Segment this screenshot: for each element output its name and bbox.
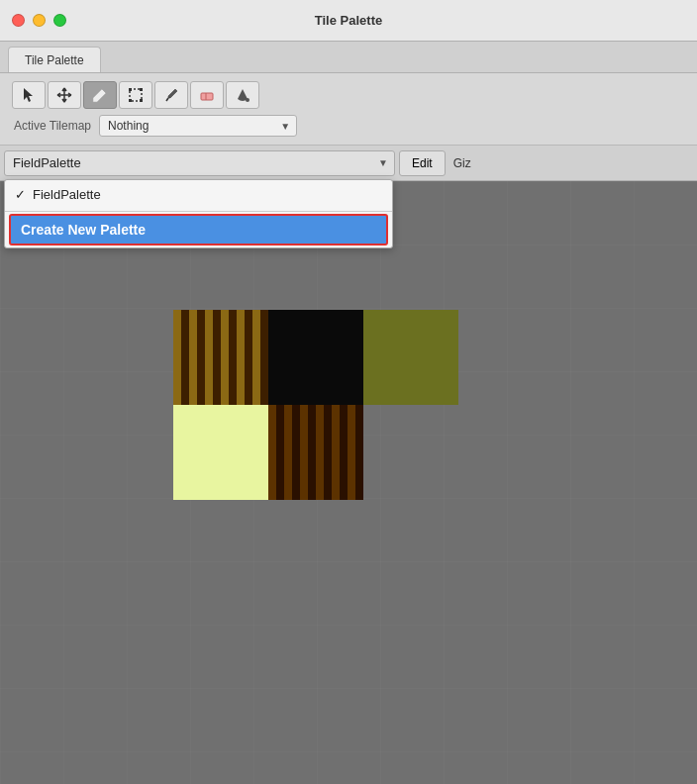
palette-bar: FieldPalette ▼ Edit Giz FieldPalette Cre… [0, 146, 697, 181]
svg-point-10 [246, 98, 249, 102]
window-controls [12, 14, 66, 27]
title-bar: Tile Palette [0, 0, 697, 42]
tile-row-0 [173, 310, 458, 405]
select-tool-button[interactable] [12, 81, 46, 109]
svg-rect-8 [201, 93, 213, 100]
tilemap-dropdown-arrow-icon: ▼ [280, 121, 290, 132]
minimize-button[interactable] [33, 14, 46, 27]
palette-select-dropdown[interactable]: FieldPalette ▼ [4, 150, 395, 176]
dropdown-item-create-new-palette[interactable]: Create New Palette [9, 214, 388, 245]
erase-icon [199, 87, 215, 103]
svg-rect-4 [140, 88, 143, 91]
paint-tool-button[interactable] [83, 81, 117, 109]
svg-marker-0 [24, 88, 33, 102]
move-icon [56, 87, 72, 103]
palette-select-arrow-icon: ▼ [378, 157, 388, 168]
tile-olive-green [363, 310, 458, 405]
tile-light-yellow [173, 405, 268, 500]
svg-rect-6 [140, 99, 143, 102]
fill-tool-button[interactable] [226, 81, 259, 109]
svg-line-7 [166, 98, 168, 101]
dropdown-item-fieldpalette[interactable]: FieldPalette [5, 180, 392, 209]
box-select-tool-button[interactable] [119, 81, 152, 109]
dropdown-divider [5, 211, 392, 212]
tab-bar: Tile Palette [0, 42, 697, 73]
svg-rect-3 [129, 88, 132, 91]
active-tilemap-row: Active Tilemap Nothing ▼ [14, 115, 685, 137]
palette-edit-button[interactable]: Edit [399, 150, 446, 176]
close-button[interactable] [12, 14, 25, 27]
tab-tile-palette[interactable]: Tile Palette [8, 47, 101, 72]
fill-icon [235, 87, 250, 103]
palette-dropdown-menu: FieldPalette Create New Palette [4, 179, 393, 248]
window-title: Tile Palette [315, 13, 382, 28]
erase-tool-button[interactable] [190, 81, 224, 109]
toolbar: Active Tilemap Nothing ▼ [0, 73, 697, 146]
giz-label: Giz [453, 156, 471, 170]
toolbar-buttons-row [12, 81, 685, 109]
active-tilemap-label: Active Tilemap [14, 119, 91, 133]
eyedropper-icon [163, 87, 179, 103]
paint-icon [92, 87, 108, 103]
select-icon [22, 87, 36, 103]
main-content: Tile Palette [0, 42, 697, 784]
canvas-area[interactable] [0, 181, 697, 784]
maximize-button[interactable] [53, 14, 66, 27]
active-tilemap-dropdown[interactable]: Nothing ▼ [99, 115, 297, 137]
eyedropper-tool-button[interactable] [154, 81, 188, 109]
tile-row-1 [173, 405, 458, 500]
tile-solid-black [268, 310, 363, 405]
tiles-container [173, 310, 458, 500]
svg-rect-5 [129, 99, 132, 102]
tile-striped-dark-brown [268, 405, 363, 500]
box-select-icon [128, 87, 144, 103]
tile-striped-brown [173, 310, 268, 405]
move-tool-button[interactable] [48, 81, 81, 109]
